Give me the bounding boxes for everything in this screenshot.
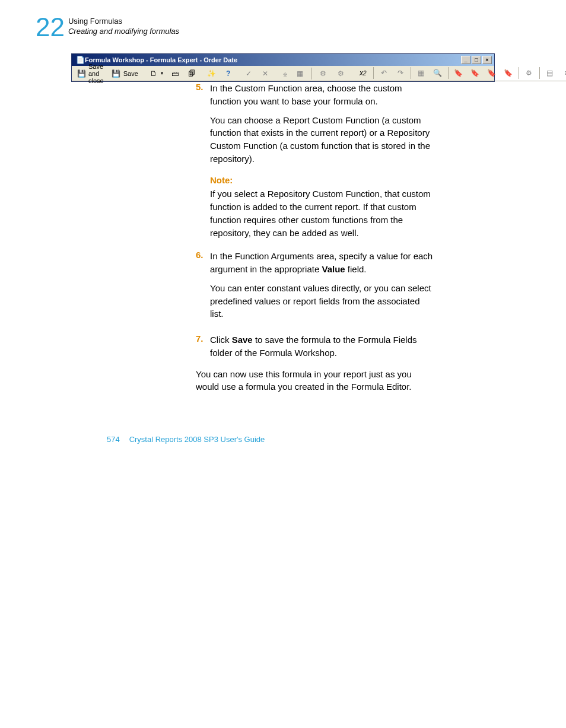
tb2-icon-9[interactable]: 🔖 [501,66,516,80]
toolbar-row-1: 💾 Save and close 💾 Save 🗋▾ 🗃 🗐 ✨️ ? ✓ ✕ [72,66,494,81]
check-icon: ✓ [244,69,253,78]
tb2-icon-11[interactable]: ▤ [542,66,558,80]
icon: ⚙ [336,69,346,78]
step-paragraph: You can enter constant values directly, … [210,282,435,320]
icon: ≡ [562,68,566,78]
bookmark-icon: 🔖 [470,68,480,78]
closing-paragraph: You can now use this formula in your rep… [196,368,435,394]
toolbar-separator [373,67,374,79]
save-close-icon: 💾 [77,69,86,78]
chapter-subtitle: Creating and modifying formulas [68,27,179,37]
delete-icon: ✕ [260,69,270,78]
titlebar[interactable]: 📄 Formula Workshop - Formula Expert - Or… [72,54,494,66]
note-heading: Note: [210,174,435,187]
save-icon: 💾 [112,69,121,78]
close-button[interactable]: × [482,56,492,64]
tb2-icon-10[interactable]: ⚙ [522,66,537,80]
maximize-button[interactable]: □ [472,56,481,64]
xy-icon: x2 [358,68,368,78]
toolbar-separator [311,68,312,80]
tb-icon-5[interactable]: ✕ [257,67,273,80]
tb2-icon-1[interactable]: x2 [355,66,371,80]
tb2-icon-4[interactable]: ▦ [414,66,429,80]
step-number: 7. [196,333,210,360]
toolbar-separator [411,67,411,79]
redo-button[interactable]: ↷ [393,66,408,80]
toolbar-row-2: x2 ↶ ↷ ▦ 🔍 🔖 🔖 🔖 🔖 ⚙ ▤ ≡ ≡ ▼ [353,66,566,81]
book-title: Crystal Reports 2008 SP3 User's Guide [129,435,265,444]
save-button[interactable]: 💾 Save [109,67,141,80]
page-footer: 574 Crystal Reports 2008 SP3 User's Guid… [71,435,495,444]
icon: ▦ [295,69,305,78]
step-text: In the Custom Function area, choose the … [210,83,402,106]
find-icon: 🔍 [433,68,443,78]
bookmark-icon: 🔖 [504,68,513,78]
redo-icon: ↷ [396,68,405,78]
save-and-close-button[interactable]: 💾 Save and close [74,61,107,86]
save-label: Save [123,70,138,77]
tb-icon-7[interactable]: ▦ [292,67,308,80]
tb2-icon-6[interactable]: 🔖 [451,66,466,80]
tb-icon-3[interactable]: ✨️ [204,67,220,80]
tb2-icon-12[interactable]: ≡ [559,66,566,80]
icon: ▤ [545,68,555,78]
dialog-title: Formula Workshop - Formula Expert - Orde… [85,56,237,63]
tb2-icon-8[interactable]: 🔖 [484,66,500,80]
formula-workshop-dialog: 📄 Formula Workshop - Formula Expert - Or… [71,53,495,82]
chapter-title: Using Formulas [68,17,179,27]
undo-button[interactable]: ↶ [376,66,392,80]
toolbar-separator [519,67,519,79]
properties-icon: 🗐 [187,69,196,78]
undo-icon: ↶ [379,68,389,78]
icon: ⎒ [281,69,290,78]
find-button[interactable]: 🔍 [430,66,446,80]
toolbar-separator [539,67,540,79]
tb-icon-9[interactable]: ⚙ [333,67,349,80]
page-body: 5. In the Custom Function area, choose t… [196,82,435,393]
step-text: In the Function Arguments area, specify … [210,251,433,274]
tb-icon-2[interactable]: 🗐 [184,67,199,80]
icon: ⚙ [319,69,328,78]
bookmark-icon: 🔖 [487,68,497,78]
new-icon: 🗋 [149,69,158,78]
page-number: 574 [107,435,127,444]
bookmark-icon: 🔖 [454,68,463,78]
wand-icon: ✨️ [207,69,217,78]
toolbar-separator [448,67,449,79]
tb-icon-4[interactable]: ✓ [241,67,256,80]
help-icon: ? [224,69,233,78]
step-text: Click Save to save the formula to the Fo… [210,335,417,358]
list-icon: 🗃 [170,69,180,78]
note-text: If you select a Repository Custom Functi… [210,187,435,239]
step-number: 6. [196,250,210,326]
chapter-header: 22 Using Formulas Creating and modifying… [36,14,530,40]
step-number: 5. [196,82,210,239]
tb2-icon-7[interactable]: 🔖 [468,66,483,80]
step-paragraph: You can choose a Report Custom Function … [210,114,435,166]
tb-icon-6[interactable]: ⎒ ▦ ⚙ ⚙ [278,65,352,82]
icon: ⚙ [524,68,534,78]
icon: ▦ [416,68,426,78]
save-close-label: Save and close [88,63,104,84]
chapter-number: 22 [36,14,65,40]
help-button[interactable]: ? [221,67,236,80]
tb-icon-1[interactable]: 🗃 [167,67,183,80]
minimize-button[interactable]: _ [461,56,470,64]
tb-icon-8[interactable]: ⚙ [316,67,331,80]
new-button[interactable]: 🗋▾ [146,67,166,80]
